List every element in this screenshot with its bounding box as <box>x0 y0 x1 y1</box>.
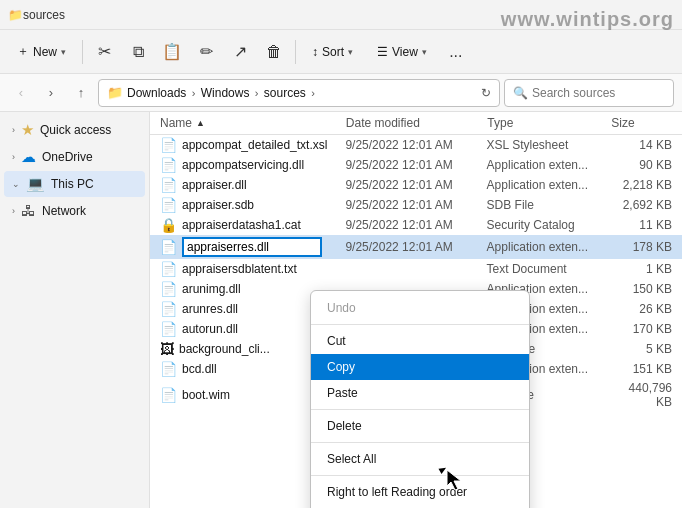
share-button[interactable]: ↗ <box>224 36 256 68</box>
folder-icon: 📁 <box>107 85 123 100</box>
context-separator-3 <box>311 442 529 443</box>
file-icon: 📄 <box>160 197 177 213</box>
context-menu: Undo Cut Copy Paste Delete Select All Ri <box>310 290 530 508</box>
search-input[interactable] <box>532 86 665 100</box>
filename-edit-input[interactable] <box>182 237 322 257</box>
context-menu-paste[interactable]: Paste <box>311 380 529 406</box>
breadcrumb: Downloads › Windows › sources › <box>127 86 317 100</box>
address-box[interactable]: 📁 Downloads › Windows › sources › ↻ <box>98 79 500 107</box>
pc-icon: 💻 <box>26 175 45 193</box>
file-area: Name ▲ Date modified Type Size 📄appcompa… <box>150 112 682 508</box>
sort-chevron-icon: ▾ <box>348 47 353 57</box>
table-row-selected[interactable]: 📄 9/25/2022 12:01 AM Application exten..… <box>150 235 682 259</box>
file-icon: 📄 <box>160 361 177 377</box>
file-icon: 📄 <box>160 387 177 403</box>
search-box[interactable]: 🔍 <box>504 79 674 107</box>
sidebar-item-onedrive[interactable]: › ☁ OneDrive <box>4 144 145 170</box>
context-menu-cut[interactable]: Cut <box>311 328 529 354</box>
file-icon: 📄 <box>160 239 177 255</box>
file-list-header: Name ▲ Date modified Type Size <box>150 112 682 135</box>
file-icon: 📄 <box>160 281 177 297</box>
context-menu-copy[interactable]: Copy <box>311 354 529 380</box>
file-icon: 📄 <box>160 321 177 337</box>
paste-button[interactable]: 📋 <box>156 36 188 68</box>
file-icon: 📄 <box>160 261 177 277</box>
sidebar-item-network[interactable]: › 🖧 Network <box>4 198 145 223</box>
sidebar-item-quick-access[interactable]: › ★ Quick access <box>4 117 145 143</box>
column-type[interactable]: Type <box>487 116 611 130</box>
new-button[interactable]: ＋ New ▾ <box>6 37 77 66</box>
forward-button[interactable]: › <box>38 80 64 106</box>
expand-icon: › <box>12 125 15 135</box>
sort-icon: ↕ <box>312 45 318 59</box>
context-menu-rtl[interactable]: Right to left Reading order <box>311 479 529 505</box>
cut-button[interactable]: ✂ <box>88 36 120 68</box>
file-icon: 📄 <box>160 157 177 173</box>
toolbar-divider-2 <box>295 40 296 64</box>
star-icon: ★ <box>21 121 34 139</box>
refresh-button[interactable]: ↻ <box>481 86 491 100</box>
table-row[interactable]: 📄appcompatservicing.dll 9/25/2022 12:01 … <box>150 155 682 175</box>
new-chevron-icon: ▾ <box>61 47 66 57</box>
more-button[interactable]: ... <box>440 36 472 68</box>
context-menu-delete[interactable]: Delete <box>311 413 529 439</box>
context-menu-select-all[interactable]: Select All <box>311 446 529 472</box>
context-separator-2 <box>311 409 529 410</box>
title-bar-icon: 📁 <box>8 8 23 22</box>
copy-button[interactable]: ⧉ <box>122 36 154 68</box>
back-button[interactable]: ‹ <box>8 80 34 106</box>
view-icon: ☰ <box>377 45 388 59</box>
view-chevron-icon: ▾ <box>422 47 427 57</box>
table-row[interactable]: 📄appraiser.sdb 9/25/2022 12:01 AM SDB Fi… <box>150 195 682 215</box>
delete-button[interactable]: 🗑 <box>258 36 290 68</box>
table-row[interactable]: 🔒appraiserdatasha1.cat 9/25/2022 12:01 A… <box>150 215 682 235</box>
file-icon: 📄 <box>160 177 177 193</box>
sort-arrow-icon: ▲ <box>196 118 205 128</box>
view-button[interactable]: ☰ View ▾ <box>366 39 438 65</box>
table-row[interactable]: 📄appcompat_detailed_txt.xsl 9/25/2022 12… <box>150 135 682 155</box>
column-date[interactable]: Date modified <box>346 116 488 130</box>
address-bar: ‹ › ↑ 📁 Downloads › Windows › sources › … <box>0 74 682 112</box>
column-size[interactable]: Size <box>611 116 682 130</box>
expand-icon: ⌄ <box>12 179 20 189</box>
sort-button[interactable]: ↕ Sort ▾ <box>301 39 364 65</box>
table-row[interactable]: 📄appraiser.dll 9/25/2022 12:01 AM Applic… <box>150 175 682 195</box>
search-icon: 🔍 <box>513 86 528 100</box>
context-separator-1 <box>311 324 529 325</box>
toolbar: ＋ New ▾ ✂ ⧉ 📋 ✏ ↗ 🗑 ↕ Sort ▾ ☰ View ▾ ..… <box>0 30 682 74</box>
plus-icon: ＋ <box>17 43 29 60</box>
title-bar-text: sources <box>23 8 65 22</box>
rename-button[interactable]: ✏ <box>190 36 222 68</box>
sidebar: › ★ Quick access › ☁ OneDrive ⌄ 💻 This P… <box>0 112 150 508</box>
context-menu-undo[interactable]: Undo <box>311 295 529 321</box>
up-button[interactable]: ↑ <box>68 80 94 106</box>
main-layout: › ★ Quick access › ☁ OneDrive ⌄ 💻 This P… <box>0 112 682 508</box>
file-icon: 📄 <box>160 301 177 317</box>
column-name[interactable]: Name ▲ <box>150 116 346 130</box>
context-separator-4 <box>311 475 529 476</box>
title-bar: 📁 sources <box>0 0 682 30</box>
table-row[interactable]: 📄appraisersdblatent.txt Text Document 1 … <box>150 259 682 279</box>
file-icon: 🖼 <box>160 341 174 357</box>
sidebar-item-this-pc[interactable]: ⌄ 💻 This PC <box>4 171 145 197</box>
file-icon: 🔒 <box>160 217 177 233</box>
cloud-icon: ☁ <box>21 148 36 166</box>
expand-icon: › <box>12 206 15 216</box>
toolbar-divider-1 <box>82 40 83 64</box>
network-icon: 🖧 <box>21 202 36 219</box>
expand-icon: › <box>12 152 15 162</box>
file-icon: 📄 <box>160 137 177 153</box>
